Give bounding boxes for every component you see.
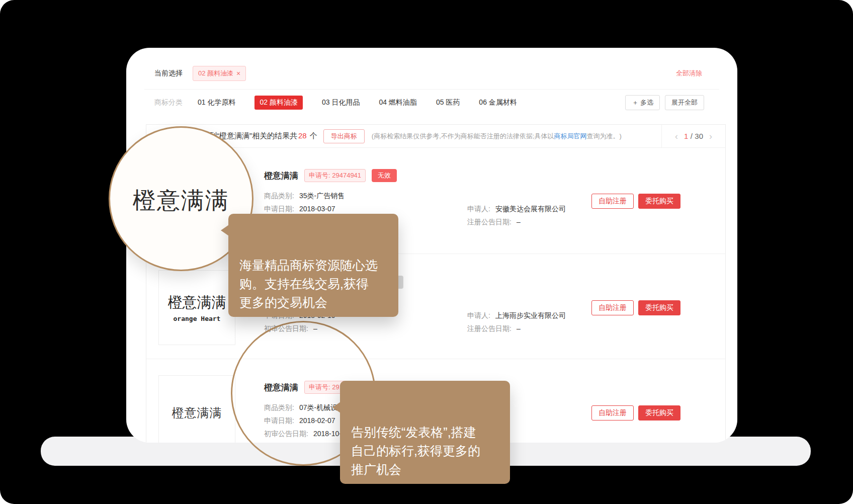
category-item-01[interactable]: 01 化学原料 [198,96,235,110]
field-label: 注册公告日期: [467,218,511,226]
trademark-image-2: 橙意满满 orange Heart [158,270,235,345]
pagination: ‹ 1 / 30 › [661,125,725,147]
multi-select-button[interactable]: ＋ 多选 [625,95,660,110]
trademark-office-link[interactable]: 商标局官网 [554,132,586,140]
selected-filter-text: 02 颜料油漆 [198,69,233,78]
field-label: 申请日期: [264,205,294,213]
screenshot-canvas: 当前选择 02 颜料油漆 × 全部清除 商标分类 01 化学原料 02 颜料油漆… [0,0,853,504]
field-applicant: 申请人:上海雨步实业有限公司 [467,311,566,320]
result-count: 28 [298,131,307,140]
tooltip-marketplace: 海量精品商标资源随心选 购。支持在线交易,获得 更多的交易机会 [228,214,398,317]
field-value: 安徽美达会展有限公司 [495,205,566,213]
category-label: 商标分类 [154,98,183,107]
category-item-03[interactable]: 03 日化用品 [322,96,360,110]
row-actions: 自助注册 委托购买 [591,194,680,209]
entrust-buy-button[interactable]: 委托购买 [638,405,680,421]
field-label: 注册公告日期: [467,324,511,332]
page-separator: / [691,132,693,140]
field-reg-notice: 注册公告日期:– [467,324,521,333]
trademark-image-3: 橙意满满 [158,375,235,443]
category-item-04[interactable]: 04 燃料油脂 [379,96,416,110]
disclaimer-suffix: 查询为准。) [586,132,621,140]
entrust-buy-button[interactable]: 委托购买 [638,300,680,315]
self-register-button[interactable]: 自助注册 [591,300,634,315]
trademark-image-text: 橙意满满 [168,293,226,313]
category-filter-row: 商标分类 01 化学原料 02 颜料油漆 03 日化用品 04 燃料油脂 05 … [154,95,704,110]
application-number-tag: 申请号: 29474941 [304,169,366,182]
expand-all-button[interactable]: 展开全部 [665,95,704,110]
field-value: 2018-03-07 [299,205,335,213]
category-actions: ＋ 多选 展开全部 [625,95,704,110]
row-actions: 自助注册 委托购买 [591,300,680,315]
current-selection-bar: 当前选择 02 颜料油漆 × 全部清除 [154,63,702,84]
field-apply-date: 申请日期:2018-03-07 申请人:安徽美达会展有限公司 [264,205,616,214]
status-badge-invalid: 无效 [372,169,397,182]
export-trademark-button[interactable]: 导出商标 [323,129,365,143]
field-value: 上海雨步实业有限公司 [495,311,566,319]
remove-filter-icon[interactable]: × [236,70,240,77]
entrust-buy-button[interactable]: 委托购买 [638,194,680,209]
row-title-line: 橙意满满 申请号: 29474941 无效 [264,169,397,182]
total-pages: 30 [695,132,703,140]
tooltip-promotion: 告别传统“发表格”,搭建 自己的标行,获得更多的 推广机会 [340,381,510,484]
selected-filter-tag[interactable]: 02 颜料油漆 × [193,66,246,81]
divider [144,89,719,90]
tooltip-text: 海量精品商标资源随心选 购。支持在线交易,获得 更多的交易机会 [239,258,378,309]
prev-page-icon[interactable]: ‹ [675,132,678,141]
current-selection-label: 当前选择 [154,69,183,78]
application-number-value: 29474941 [332,172,361,179]
tooltip-arrow-icon [332,402,340,413]
category-item-02-active[interactable]: 02 颜料油漆 [254,96,302,110]
summary-suffix: 个 [308,131,317,140]
trademark-image-text: 橙意满满 [172,405,222,421]
results-header: 当前分类中检索到“橙意满满”相关的结果共28 个 导出商标 (商标检索结果仅供参… [146,125,725,148]
trademark-image-subtext: orange Heart [174,315,221,322]
field-reg-notice: 注册公告日期:– [467,218,521,227]
field-value: – [517,324,521,332]
trademark-name: 橙意满满 [264,170,298,182]
field-label: 申请人: [467,205,490,213]
disclaimer-prefix: (商标检索结果仅供参考,不作为商标能否注册的法律依据;具体以 [372,132,554,140]
current-page: 1 [684,132,688,140]
row-actions: 自助注册 委托购买 [591,405,680,421]
field-value: – [517,218,521,226]
tooltip-text: 告别传统“发表格”,搭建 自己的标行,获得更多的 推广机会 [351,425,480,476]
category-list: 01 化学原料 02 颜料油漆 03 日化用品 04 燃料油脂 05 医药 06… [198,96,517,110]
self-register-button[interactable]: 自助注册 [591,194,634,209]
field-label: 商品类别: [264,192,294,200]
magnified-trademark-text: 橙意满满 [133,185,229,216]
category-item-05[interactable]: 05 医药 [436,96,460,110]
disclaimer-text: (商标检索结果仅供参考,不作为商标能否注册的法律依据;具体以商标局官网查询为准。… [372,132,622,141]
next-page-icon[interactable]: › [709,132,712,141]
application-number-label: 申请号: [309,172,332,179]
field-value: 35类-广告销售 [299,192,345,200]
field-category: 商品类别:35类-广告销售 [264,192,616,201]
clear-all-button[interactable]: 全部清除 [676,69,702,78]
field-applicant: 申请人:安徽美达会展有限公司 [467,205,566,214]
tooltip-arrow-icon [221,225,229,236]
page-indicator: 1 / 30 [684,132,703,141]
self-register-button[interactable]: 自助注册 [591,405,634,421]
field-label: 申请人: [467,311,490,319]
category-item-06[interactable]: 06 金属材料 [479,96,517,110]
